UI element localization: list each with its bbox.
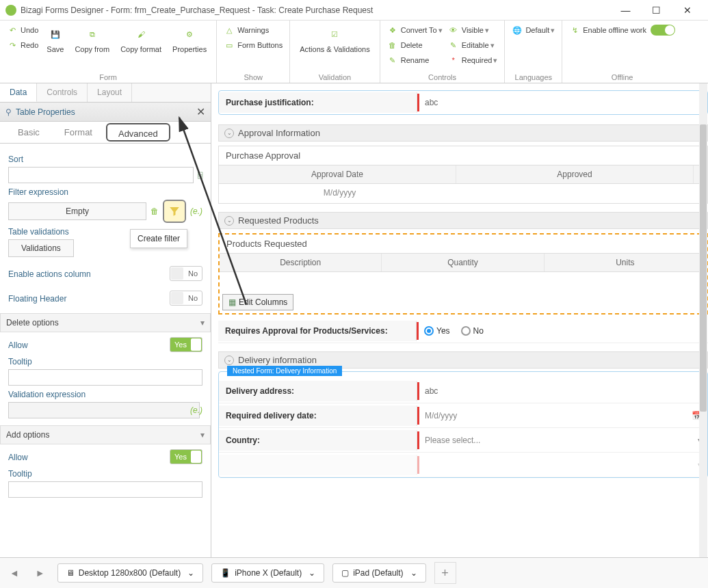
col-units: Units	[545, 254, 707, 271]
approval-date-cell[interactable]: M/d/yyyy	[219, 184, 460, 203]
subtab-basic[interactable]: Basic	[5, 122, 52, 143]
pencil-icon: ✎	[448, 40, 459, 51]
rename-button[interactable]: ✎Rename	[384, 53, 445, 67]
editable-button[interactable]: ✎Editable▾	[445, 38, 501, 52]
warnings-button[interactable]: △Warnings	[221, 23, 285, 37]
delete-allow-toggle[interactable]: Yes	[170, 337, 202, 352]
radio-yes[interactable]: Yes	[424, 326, 450, 336]
required-delivery-date-field[interactable]: M/d/yyyy📅	[417, 407, 707, 425]
radio-no[interactable]: No	[461, 326, 484, 336]
sort-input[interactable]	[8, 167, 194, 183]
wand-icon: ❖	[387, 25, 398, 36]
delete-tooltip-input[interactable]	[8, 369, 202, 386]
table-icon: ▦	[228, 297, 236, 307]
minimize-button[interactable]: —	[610, 0, 641, 21]
add-allow-toggle[interactable]: Yes	[170, 449, 202, 464]
enable-actions-label: Enable actions column	[8, 269, 170, 279]
delivery-address-label: Delivery address:	[219, 381, 417, 401]
purchase-justification-value[interactable]: abc	[417, 94, 707, 111]
filter-create-button[interactable]	[163, 200, 186, 223]
group-languages: Languages	[509, 72, 558, 81]
properties-button[interactable]: ⚙Properties	[167, 23, 212, 56]
copy-from-button[interactable]: ⧉Copy from	[69, 23, 115, 56]
required-button[interactable]: *Required▾	[445, 53, 501, 67]
add-tooltip-label: Tooltip	[8, 469, 202, 479]
country-select[interactable]: Please select...▾	[417, 431, 707, 449]
redo-icon: ↷	[7, 40, 18, 51]
subtab-advanced[interactable]: Advanced	[106, 123, 170, 142]
convert-to-button[interactable]: ❖Convert To▾	[384, 23, 445, 37]
validations-button[interactable]: Validations	[8, 239, 74, 257]
phone-icon: 📱	[220, 568, 231, 578]
funnel-icon	[168, 205, 181, 217]
ribbon: ↶Undo ↷Redo 💾Save ⧉Copy from 🖌Copy forma…	[0, 21, 708, 83]
purchase-justification-label: Purchase justification:	[219, 92, 417, 113]
chevron-down-icon: ⌄	[224, 216, 234, 226]
undo-button[interactable]: ↶Undo	[4, 23, 41, 37]
requested-products-header[interactable]: ⌄Requested Products	[218, 212, 708, 229]
country-label: Country:	[219, 430, 417, 451]
panel-close-button[interactable]: ✕	[196, 105, 205, 118]
sort-picker-icon[interactable]: ⌸	[198, 170, 202, 180]
add-options-header[interactable]: Add options▾	[0, 425, 211, 444]
language-default-button[interactable]: 🌐Default▾	[509, 23, 558, 37]
form-buttons-button[interactable]: ▭Form Buttons	[221, 38, 285, 52]
pin-icon: ⚲	[5, 107, 12, 117]
add-device-button[interactable]: +	[434, 562, 456, 584]
floating-header-toggle[interactable]: No	[170, 291, 202, 306]
tab-layout[interactable]: Layout	[88, 83, 132, 102]
col-approved: Approved	[456, 165, 694, 183]
tablet-icon: ▢	[341, 568, 349, 578]
globe-icon: 🌐	[512, 25, 523, 36]
chevron-down-icon: ⌄	[410, 568, 417, 578]
save-button[interactable]: 💾Save	[41, 23, 69, 56]
create-filter-tooltip: Create filter	[130, 229, 187, 248]
filter-trash-icon[interactable]: 🗑	[150, 206, 159, 216]
add-tooltip-input[interactable]	[8, 481, 202, 498]
title-bar: Bizagi Forms Designer - Form: frm_Create…	[0, 0, 708, 21]
group-form: Form	[4, 72, 212, 81]
subtab-format[interactable]: Format	[52, 122, 105, 143]
enable-actions-toggle[interactable]: No	[170, 266, 202, 281]
filter-expr-icon[interactable]: (e.)	[190, 206, 202, 216]
tab-controls[interactable]: Controls	[37, 83, 88, 102]
actions-validations-button[interactable]: ☑Actions & Validations	[294, 23, 376, 56]
enable-offline-toggle[interactable]: ↯Enable offline work	[566, 23, 678, 37]
form-buttons-icon: ▭	[224, 40, 235, 51]
delete-button[interactable]: 🗑Delete	[384, 38, 445, 52]
filter-empty-button[interactable]: Empty	[8, 202, 146, 220]
canvas-scrollbar[interactable]	[699, 83, 707, 557]
device-iphone-tab[interactable]: 📱 iPhone X (Default) ⌄	[211, 563, 324, 583]
tab-data[interactable]: Data	[0, 83, 37, 102]
purchase-approval-title: Purchase Approval	[219, 146, 707, 165]
approval-info-header[interactable]: ⌄Approval Information	[218, 124, 708, 142]
eye-icon: 👁	[448, 25, 459, 36]
redo-button[interactable]: ↷Redo	[4, 38, 41, 52]
maximize-button[interactable]: ☐	[641, 0, 672, 21]
validation-expr-icon[interactable]: (e.)	[190, 405, 202, 415]
visible-button[interactable]: 👁Visible▾	[445, 23, 501, 37]
nav-next-button[interactable]: ►	[31, 565, 49, 581]
edit-columns-button[interactable]: ▦ Edit Columns	[222, 294, 293, 310]
group-show: Show	[221, 72, 285, 81]
left-panel: Data Controls Layout ⚲ Table Properties …	[0, 83, 211, 557]
products-requested-table[interactable]: Products Requested Description Quantity …	[218, 233, 708, 315]
device-desktop-tab[interactable]: 🖥 Desktop 1280x800 (Default) ⌄	[57, 563, 203, 583]
nav-prev-button[interactable]: ◄	[5, 565, 23, 581]
delete-options-header[interactable]: Delete options▾	[0, 313, 211, 332]
col-description: Description	[220, 254, 382, 271]
warning-icon: △	[224, 25, 235, 36]
validation-expr-input[interactable]	[8, 402, 200, 418]
offline-icon: ↯	[569, 25, 580, 36]
device-ipad-tab[interactable]: ▢ iPad (Default) ⌄	[332, 563, 425, 583]
close-window-button[interactable]: ✕	[672, 0, 703, 21]
copy-format-button[interactable]: 🖌Copy format	[115, 23, 167, 56]
chevron-down-icon: ⌄	[309, 568, 315, 578]
delete-allow-label: Allow	[8, 340, 170, 350]
app-logo-icon	[5, 5, 16, 16]
window-title: Bizagi Forms Designer - Form: frm_Create…	[21, 5, 373, 15]
delivery-address-value[interactable]: abc	[417, 382, 707, 400]
nested-form-badge: Nested Form: Delivery Information	[227, 366, 342, 376]
required-delivery-date-label: Required delivery date:	[219, 405, 417, 426]
panel-title: Table Properties	[16, 107, 75, 117]
